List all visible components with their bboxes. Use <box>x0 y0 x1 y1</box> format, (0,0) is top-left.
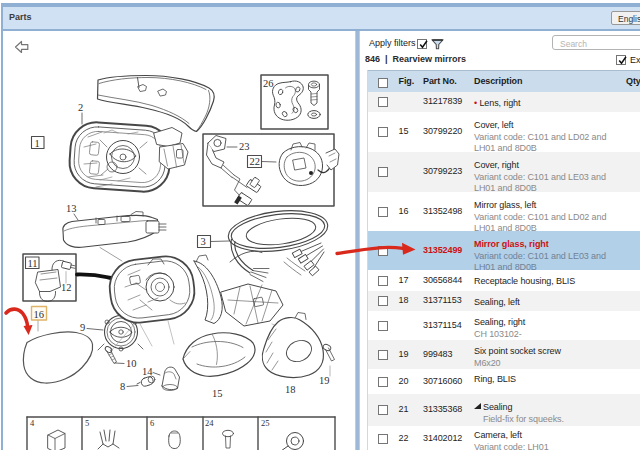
svg-text:18: 18 <box>285 384 296 395</box>
svg-text:26: 26 <box>263 78 274 89</box>
svg-text:13: 13 <box>66 203 77 214</box>
svg-text:10: 10 <box>126 358 137 369</box>
svg-text:14: 14 <box>142 366 153 377</box>
svg-text:11: 11 <box>28 258 38 269</box>
svg-text:24: 24 <box>205 418 214 428</box>
svg-text:6: 6 <box>150 418 154 428</box>
svg-text:2: 2 <box>78 102 83 113</box>
svg-text:25: 25 <box>261 418 270 428</box>
svg-text:16: 16 <box>34 309 45 320</box>
svg-text:5: 5 <box>85 418 89 428</box>
svg-text:15: 15 <box>212 388 223 399</box>
svg-text:23: 23 <box>239 141 250 152</box>
svg-text:4: 4 <box>30 418 35 428</box>
svg-text:3: 3 <box>201 236 206 247</box>
svg-text:9: 9 <box>80 322 85 333</box>
svg-text:22: 22 <box>250 156 261 167</box>
svg-text:12: 12 <box>61 282 72 293</box>
svg-text:1: 1 <box>35 138 40 149</box>
svg-text:8: 8 <box>120 381 125 392</box>
svg-text:19: 19 <box>319 375 330 386</box>
